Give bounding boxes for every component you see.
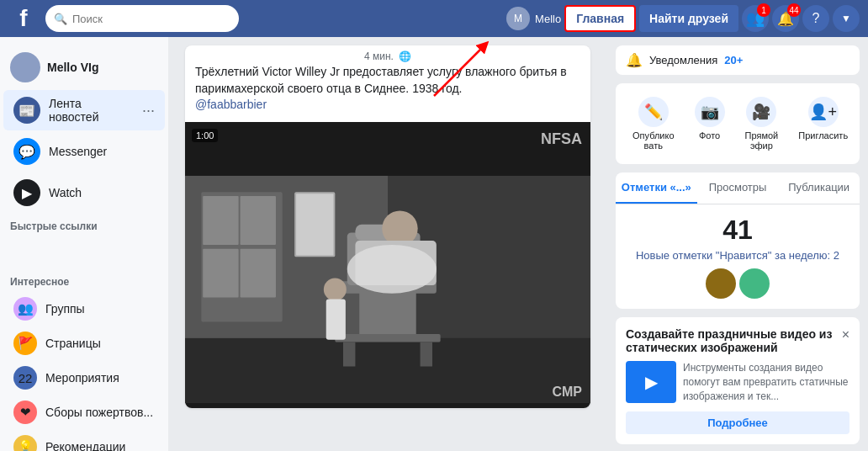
donations-icon: ❤ xyxy=(13,401,37,424)
svg-rect-9 xyxy=(241,249,276,298)
pages-icon: 🚩 xyxy=(13,332,37,355)
notifications-count: 20+ xyxy=(724,54,743,66)
friends-badge: 1 xyxy=(757,3,770,17)
right-notifications[interactable]: 🔔 Уведомления 20+ xyxy=(616,45,860,75)
svg-rect-13 xyxy=(359,289,415,338)
right-panel: 🔔 Уведомления 20+ ✏️ Опубликовать 📷 Фото… xyxy=(607,37,868,451)
menu-button[interactable]: ▼ xyxy=(833,5,860,32)
sidebar-label-recommendations: Рекомендации xyxy=(45,440,125,451)
watch-icon: ▶ xyxy=(13,179,40,206)
video-timer: 1:00 xyxy=(192,129,218,142)
right-promo: Создавайте праздничные видео из статичес… xyxy=(616,317,860,444)
tab-posts[interactable]: Публикации xyxy=(778,172,860,204)
invite-label: Пригласить xyxy=(798,130,848,141)
svg-rect-23 xyxy=(296,194,333,255)
action-invite[interactable]: 👤+ Пригласить xyxy=(791,92,855,156)
sidebar-label-news: Лента новостей xyxy=(49,97,134,124)
fb-logo[interactable]: f xyxy=(8,3,39,34)
topnav-user[interactable]: M Mello xyxy=(506,7,561,30)
action-photo[interactable]: 📷 Фото xyxy=(688,92,732,156)
friends-requests-button[interactable]: 👥 1 xyxy=(742,5,769,32)
groups-icon: 👥 xyxy=(13,297,37,321)
sidebar-user[interactable]: Mello VIg xyxy=(0,45,168,89)
avatar-1 xyxy=(706,268,736,299)
events-icon: 22 xyxy=(13,366,37,390)
svg-point-19 xyxy=(324,278,347,300)
action-publish[interactable]: ✏️ Опубликовать xyxy=(626,92,681,156)
avatar-2 xyxy=(739,268,770,299)
svg-point-21 xyxy=(347,245,437,294)
user-name: Mello xyxy=(535,13,561,25)
sidebar-item-watch[interactable]: ▶ Watch xyxy=(3,172,165,213)
avatar: M xyxy=(506,7,530,30)
tab-likes[interactable]: Отметки «...» xyxy=(616,172,697,204)
svg-rect-8 xyxy=(203,249,238,298)
promo-button[interactable]: Подробнее xyxy=(626,411,849,434)
interesting-title: Интересное xyxy=(0,269,168,291)
help-button[interactable]: ? xyxy=(802,5,829,32)
svg-rect-15 xyxy=(343,342,355,366)
cmp-label: CMP xyxy=(552,385,582,400)
nfsa-label: NFSA xyxy=(541,130,582,148)
reaction-avatars xyxy=(626,268,849,299)
promo-body: ▶ Инструменты создания видео помогут вам… xyxy=(626,361,849,403)
search-input[interactable] xyxy=(72,13,230,25)
post-time: 4 мин. xyxy=(364,50,394,62)
tabs-content: 41 Новые отметки "Нравится" за неделю: 2 xyxy=(616,204,860,309)
right-tabs: Отметки «...» Просмотры Публикации 41 Но… xyxy=(616,172,860,309)
sidebar-dots[interactable]: ··· xyxy=(142,102,155,119)
publish-label: Опубликовать xyxy=(632,130,675,151)
svg-rect-7 xyxy=(241,196,276,245)
live-label: Прямойэфир xyxy=(745,130,779,151)
invite-icon: 👤+ xyxy=(808,97,839,127)
sidebar: Mello VIg 📰 Лента новостей ··· 💬 Messeng… xyxy=(0,37,168,451)
sidebar-label-events: Мероприятия xyxy=(45,371,119,385)
sidebar-item-news[interactable]: 📰 Лента новостей ··· xyxy=(3,90,165,130)
metric-sub: Новые отметки "Нравится" за неделю: 2 xyxy=(626,249,849,262)
svg-rect-14 xyxy=(335,334,440,342)
search-box: 🔍 xyxy=(45,5,239,32)
post-video[interactable]: 1:00 NFSA CMP xyxy=(185,122,590,408)
find-friends-button[interactable]: Найти друзей xyxy=(639,5,738,32)
topnav-right: M Mello Главная Найти друзей 👥 1 🔔 44 ? … xyxy=(506,5,860,32)
recommendations-icon: 💡 xyxy=(13,435,37,451)
promo-text: Инструменты создания видео помогут вам п… xyxy=(683,361,849,403)
tab-views[interactable]: Просмотры xyxy=(697,172,779,204)
svg-rect-20 xyxy=(326,299,346,339)
sidebar-label-watch: Watch xyxy=(49,186,82,199)
action-live[interactable]: 🎥 Прямойэфир xyxy=(738,92,786,156)
main-feed: 4 мин. 🌐 Трёхлетний Victor Willey Jr пре… xyxy=(168,37,607,451)
right-actions: ✏️ Опубликовать 📷 Фото 🎥 Прямойэфир 👤+ П… xyxy=(616,83,860,164)
post-tag[interactable]: @faabbarbier xyxy=(195,98,267,111)
page-layout: Mello VIg 📰 Лента новостей ··· 💬 Messeng… xyxy=(0,37,868,451)
promo-title: Создавайте праздничные видео из статичес… xyxy=(626,327,842,354)
bell-icon: 🔔 xyxy=(626,52,643,68)
notifications-button[interactable]: 🔔 44 xyxy=(772,5,799,32)
svg-rect-16 xyxy=(421,342,432,366)
post-card: 4 мин. 🌐 Трёхлетний Victor Willey Jr пре… xyxy=(185,45,590,408)
sidebar-item-donations[interactable]: ❤ Сборы пожертвов... xyxy=(3,395,165,429)
sidebar-label-pages: Страницы xyxy=(45,337,101,350)
sidebar-item-recommendations[interactable]: 💡 Рекомендации xyxy=(3,430,165,451)
sidebar-item-groups[interactable]: 👥 Группы xyxy=(3,292,165,326)
promo-close[interactable]: × xyxy=(842,327,849,342)
sidebar-avatar xyxy=(10,52,40,82)
post-image-svg xyxy=(185,122,590,408)
svg-rect-3 xyxy=(185,338,590,403)
home-button[interactable]: Главная xyxy=(564,5,636,32)
search-icon: 🔍 xyxy=(54,13,67,25)
sidebar-user-name: Mello VIg xyxy=(47,61,98,74)
sidebar-item-pages[interactable]: 🚩 Страницы xyxy=(3,326,165,360)
post-text: Трёхлетний Victor Willey Jr предоставляе… xyxy=(185,64,590,122)
promo-header: Создавайте праздничные видео из статичес… xyxy=(626,327,849,354)
news-icon: 📰 xyxy=(13,97,40,124)
actions-row: ✏️ Опубликовать 📷 Фото 🎥 Прямойэфир 👤+ П… xyxy=(626,92,849,156)
sidebar-item-events[interactable]: 22 Мероприятия xyxy=(3,361,165,395)
notifications-label: Уведомления xyxy=(649,54,717,66)
photo-label: Фото xyxy=(699,130,720,141)
photo-icon: 📷 xyxy=(695,97,725,127)
publish-icon: ✏️ xyxy=(638,97,669,127)
sidebar-item-messenger[interactable]: 💬 Messenger xyxy=(3,131,165,172)
promo-image: ▶ xyxy=(626,361,676,403)
tabs-header: Отметки «...» Просмотры Публикации xyxy=(616,172,860,204)
